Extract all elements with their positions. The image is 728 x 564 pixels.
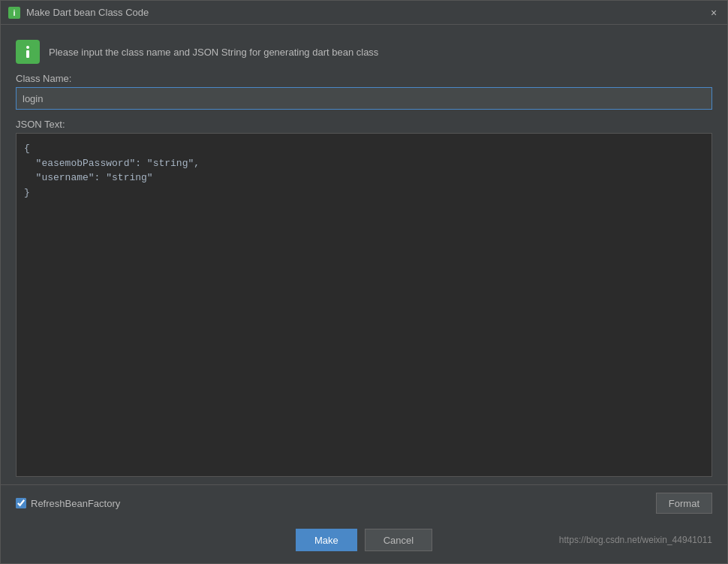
close-button[interactable]: × [708,7,720,19]
action-bar: Make Cancel https://blog.csdn.net/weixin… [1,521,727,563]
info-text: Please input the class name and JSON Str… [49,47,378,58]
dialog-container: i Make Dart bean Class Code × Please inp… [0,0,728,564]
action-buttons: Make Cancel [296,529,432,551]
info-icon [16,40,40,64]
refresh-bean-factory-label: RefreshBeanFactory [31,498,120,509]
format-button[interactable]: Format [656,493,712,514]
dialog-body: Please input the class name and JSON Str… [1,25,727,484]
bottom-bar: RefreshBeanFactory Format [1,484,727,521]
svg-text:i: i [13,8,15,17]
class-name-section: Class Name: [16,73,712,110]
refresh-bean-factory-row: RefreshBeanFactory [16,498,120,509]
info-row: Please input the class name and JSON Str… [16,40,712,64]
refresh-bean-factory-checkbox[interactable] [16,498,26,508]
make-button[interactable]: Make [296,529,357,551]
svg-rect-4 [26,50,29,58]
title-bar-left: i Make Dart bean Class Code [8,7,149,19]
cancel-button[interactable]: Cancel [365,529,432,551]
class-name-input[interactable] [16,87,712,110]
dialog-title: Make Dart bean Class Code [26,7,149,18]
class-name-label: Class Name: [16,73,712,84]
title-bar: i Make Dart bean Class Code × [1,1,727,25]
json-text-input[interactable]: { “easemobPassword”: “string”, “username… [16,133,712,477]
json-text-section: JSON Text: { “easemobPassword”: “string”… [16,119,712,477]
url-text: https://blog.csdn.net/weixin_44941011 [559,535,712,545]
app-icon: i [8,7,20,19]
json-text-label: JSON Text: [16,119,712,130]
svg-point-3 [26,46,29,49]
